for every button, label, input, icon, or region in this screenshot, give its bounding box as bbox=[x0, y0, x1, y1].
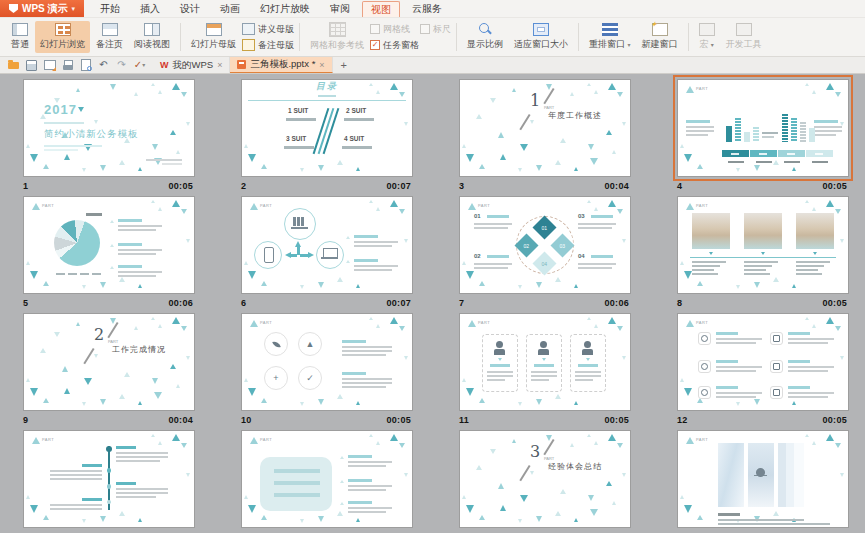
gridlines-checkbox[interactable]: 网格线 bbox=[370, 23, 410, 36]
fit-window-button[interactable]: 适应窗口大小 bbox=[509, 21, 573, 53]
ribbon: 普通 幻灯片浏览 备注页 阅读视图 幻灯片母版 bbox=[0, 18, 865, 57]
person-icon bbox=[538, 349, 549, 355]
slide-thumbnail-4[interactable]: PART bbox=[677, 79, 849, 177]
output-icon[interactable] bbox=[43, 59, 56, 71]
diamond-label: 01 bbox=[542, 225, 548, 231]
text-bar bbox=[788, 396, 828, 398]
grid-and-guides-button[interactable]: 网格和参考线 bbox=[305, 20, 369, 54]
slide-thumbnail-12[interactable]: PART bbox=[677, 313, 849, 411]
menu-tab-view[interactable]: 视图 bbox=[362, 1, 400, 17]
text-bar bbox=[342, 354, 386, 356]
decor-triangle-icon bbox=[244, 378, 248, 382]
slide-thumbnail-6[interactable]: PART bbox=[241, 196, 413, 294]
close-icon[interactable]: × bbox=[217, 60, 222, 70]
zoom-button[interactable]: 显示比例 bbox=[462, 21, 508, 53]
menu-tab-design[interactable]: 设计 bbox=[170, 0, 210, 17]
decor-triangle-icon bbox=[736, 168, 740, 172]
decor-triangle-icon bbox=[40, 348, 46, 353]
ruler-checkbox[interactable]: 标尺 bbox=[420, 23, 451, 36]
notes-master-button[interactable]: 备注母版 bbox=[242, 39, 294, 52]
slide-thumbnail-3[interactable]: 1PART年度工作概述 bbox=[459, 79, 631, 177]
text-bar bbox=[490, 364, 510, 367]
menu-tab-slideshow[interactable]: 幻灯片放映 bbox=[250, 0, 320, 17]
slide-thumbnail-15[interactable]: 3PART经验体会总结 bbox=[459, 430, 631, 528]
slide-thumbnail-9[interactable]: 2PART工作完成情况 bbox=[23, 313, 195, 411]
close-icon[interactable]: × bbox=[319, 60, 324, 70]
text-bar bbox=[118, 219, 142, 222]
slide-thumbnail-16[interactable]: PART bbox=[677, 430, 849, 528]
photo-placeholder bbox=[692, 213, 730, 249]
decor-triangle-icon bbox=[462, 495, 466, 499]
text-bar bbox=[44, 122, 84, 124]
decor-triangle-icon bbox=[512, 439, 516, 443]
text-bar bbox=[487, 215, 509, 218]
macro-button[interactable]: 宏 ▾ bbox=[694, 21, 720, 53]
decor-triangle-icon bbox=[369, 317, 373, 320]
menu-tab-review[interactable]: 审阅 bbox=[320, 0, 360, 17]
text-bar bbox=[118, 275, 156, 277]
decor-triangle-icon bbox=[94, 120, 98, 124]
slide-thumbnail-13[interactable]: PART bbox=[23, 430, 195, 528]
text-bar bbox=[578, 267, 612, 269]
slide-sorter-button[interactable]: 幻灯片浏览 bbox=[35, 21, 90, 53]
new-tab-button[interactable]: + bbox=[333, 57, 355, 73]
decor-triangle-icon bbox=[399, 209, 405, 214]
decor-triangle-icon bbox=[684, 154, 692, 162]
print-preview-icon[interactable] bbox=[79, 59, 92, 71]
open-file-icon[interactable] bbox=[7, 59, 20, 71]
text-bar bbox=[348, 479, 372, 482]
app-menu-button[interactable]: WPS 演示 ▾ bbox=[0, 0, 84, 17]
slide-thumbnail-14[interactable]: PART bbox=[241, 430, 413, 528]
slide-number: 5 bbox=[23, 298, 28, 308]
slide-thumbnail-10[interactable]: PART▲+✓ bbox=[241, 313, 413, 411]
slide-thumbnail-11[interactable]: PART bbox=[459, 313, 631, 411]
section-slash-line bbox=[543, 88, 554, 104]
decor-triangle-icon bbox=[151, 83, 155, 86]
toc-item: 3 SUIT bbox=[286, 135, 306, 142]
timeline-node bbox=[107, 500, 111, 504]
decor-triangle-icon bbox=[498, 483, 504, 489]
normal-view-button[interactable]: 普通 bbox=[6, 21, 34, 53]
redo-icon[interactable]: ↷ bbox=[115, 59, 128, 71]
text-bar bbox=[116, 456, 168, 458]
menu-tab-cloud[interactable]: 云服务 bbox=[402, 0, 452, 17]
decor-triangle-icon bbox=[684, 271, 692, 279]
menu-tab-insert[interactable]: 插入 bbox=[130, 0, 170, 17]
slide-thumbnail-2[interactable]: 目录1 SUIT2 SUIT3 SUIT4 SUIT bbox=[241, 79, 413, 177]
text-bar bbox=[692, 269, 714, 271]
document-tabs: W 我的WPS × 三角模板.pptx * × bbox=[153, 57, 333, 73]
dev-tools-button[interactable]: 开发工具 bbox=[721, 21, 767, 53]
text-bar bbox=[354, 235, 378, 238]
reading-view-button[interactable]: 阅读视图 bbox=[129, 21, 175, 53]
text-bar bbox=[788, 332, 810, 335]
arrange-window-button[interactable]: 重排窗口 ▾ bbox=[584, 21, 636, 53]
text-bar bbox=[82, 464, 102, 467]
undo-icon[interactable]: ↶ bbox=[97, 59, 110, 71]
text-bar bbox=[50, 508, 102, 510]
save-icon[interactable] bbox=[25, 59, 38, 71]
decor-triangle-icon bbox=[588, 144, 594, 150]
decor-triangle-icon bbox=[587, 83, 591, 86]
task-pane-checkbox[interactable]: ✓ 任务窗格 bbox=[370, 39, 451, 52]
decor-triangle-icon bbox=[152, 378, 158, 384]
slide-master-button[interactable]: 幻灯片母版 bbox=[186, 21, 241, 53]
slide-thumbnail-8[interactable]: PART bbox=[677, 196, 849, 294]
slide-thumbnail-7[interactable]: PART0102040301020304 bbox=[459, 196, 631, 294]
tab-presentation-document[interactable]: 三角模板.pptx * × bbox=[230, 57, 332, 73]
slide-thumbnail-1[interactable]: 2017简约小清新公务模板 bbox=[23, 79, 195, 177]
handout-master-button[interactable]: 讲义母版 bbox=[242, 23, 294, 36]
print-icon[interactable] bbox=[61, 59, 74, 71]
slide-number: 7 bbox=[459, 298, 464, 308]
decor-triangle-icon bbox=[250, 437, 258, 444]
notes-page-button[interactable]: 备注页 bbox=[91, 21, 128, 53]
tab-my-wps[interactable]: W 我的WPS × bbox=[153, 57, 230, 73]
plant-icon bbox=[272, 340, 281, 349]
menu-tab-animation[interactable]: 动画 bbox=[210, 0, 250, 17]
new-window-button[interactable]: ✦ 新建窗口 bbox=[637, 21, 683, 53]
menu-tab-home[interactable]: 开始 bbox=[90, 0, 130, 17]
decor-triangle-icon bbox=[399, 92, 405, 97]
text-bar bbox=[116, 482, 136, 485]
slide-thumbnail-5[interactable]: PART bbox=[23, 196, 195, 294]
diamond-corner-number: 03 bbox=[578, 213, 585, 220]
customize-toolbar-icon[interactable]: ✓▾ bbox=[133, 59, 146, 71]
